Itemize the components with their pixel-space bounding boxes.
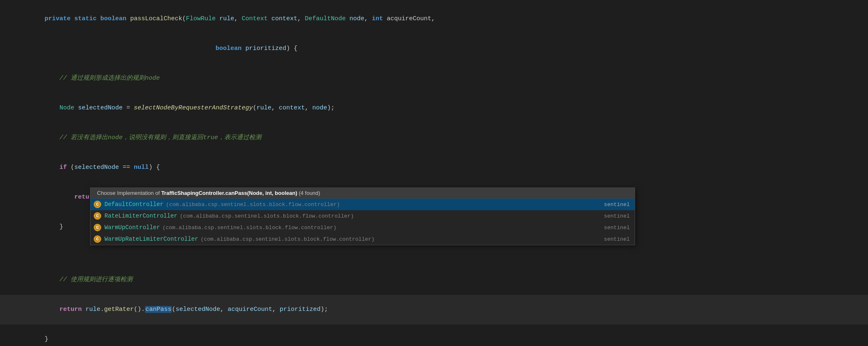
package-rate-limiter-controller: (com.alibaba.csp.sentinel.slots.block.fl…	[180, 213, 353, 219]
autocomplete-title-bold: TrafficShapingController.canPass(Node, i…	[161, 190, 297, 196]
code-line-2: boolean prioritized) {	[0, 34, 868, 64]
autocomplete-item-default-controller[interactable]: C DefaultController (com.alibaba.csp.sen…	[90, 199, 635, 210]
autocomplete-item-rate-limiter-controller[interactable]: C RateLimiterController (com.alibaba.csp…	[90, 210, 635, 222]
class-icon-warmup-controller: C	[94, 224, 101, 231]
class-icon-warmup-ratelimiter-controller: C	[94, 235, 101, 243]
right-label-default-controller: sentinel	[604, 201, 630, 208]
code-line-10	[0, 254, 868, 265]
package-default-controller: (com.alibaba.csp.sentinel.slots.block.fl…	[166, 201, 340, 208]
class-name-rate-limiter-controller: RateLimiterController	[104, 213, 177, 219]
package-warmup-ratelimiter-controller: (com.alibaba.csp.sentinel.slots.block.fl…	[201, 236, 375, 242]
autocomplete-item-warmup-controller[interactable]: C WarmUpController (com.alibaba.csp.sent…	[90, 222, 635, 233]
class-name-warmup-ratelimiter-controller: WarmUpRateLimiterController	[104, 236, 198, 242]
class-icon-rate-limiter-controller: C	[94, 212, 101, 220]
autocomplete-popup[interactable]: Choose Implementation of TrafficShapingC…	[90, 187, 635, 245]
right-label-warmup-controller: sentinel	[604, 225, 630, 231]
code-line-3: // 通过规则形成选择出的规则node	[0, 64, 868, 93]
class-name-warmup-controller: WarmUpController	[104, 224, 160, 231]
code-line-12: return rule.getRater().canPass(selectedN…	[0, 295, 868, 325]
code-line-13: }	[0, 325, 868, 346]
editor-container: private static boolean passLocalCheck(Fl…	[0, 0, 868, 346]
package-warmup-controller: (com.alibaba.csp.sentinel.slots.block.fl…	[162, 225, 336, 231]
code-line-5: // 若没有选择出node，说明没有规则，则直接返回true，表示通过检测	[0, 123, 868, 153]
code-area: private static boolean passLocalCheck(Fl…	[0, 0, 868, 346]
class-name-default-controller: DefaultController	[104, 201, 164, 208]
right-label-rate-limiter-controller: sentinel	[604, 213, 630, 219]
code-line-11: // 使用规则进行逐项检测	[0, 265, 868, 295]
code-line-4: Node selectedNode = selectNodeByRequeste…	[0, 93, 868, 123]
autocomplete-item-warmup-ratelimiter-controller[interactable]: C WarmUpRateLimiterController (com.aliba…	[90, 233, 635, 245]
autocomplete-header: Choose Implementation of TrafficShapingC…	[90, 188, 635, 199]
code-line-1: private static boolean passLocalCheck(Fl…	[0, 4, 868, 34]
class-icon-default-controller: C	[94, 201, 101, 208]
right-label-warmup-ratelimiter-controller: sentinel	[604, 236, 630, 242]
code-line-6: if (selectedNode == null) {	[0, 153, 868, 182]
